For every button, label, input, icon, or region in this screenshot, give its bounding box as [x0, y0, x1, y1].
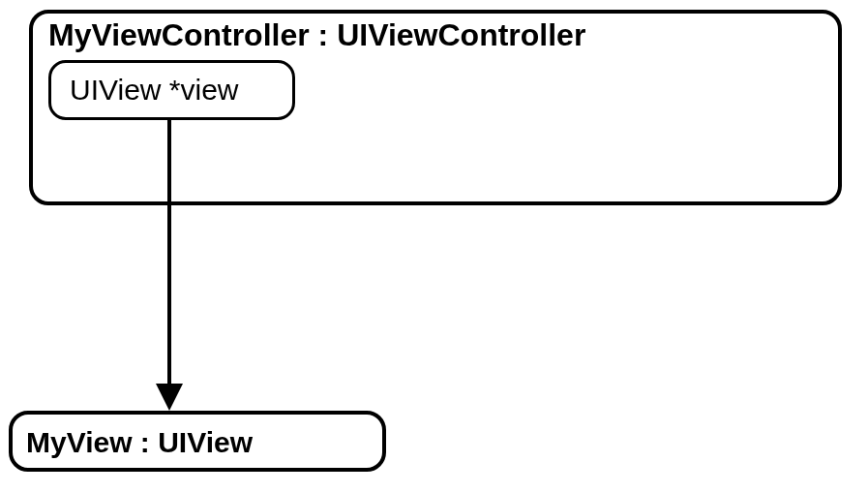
controller-title: MyViewController : UIViewController [48, 17, 585, 53]
svg-marker-1 [156, 384, 183, 411]
target-title: MyView : UIView [26, 426, 253, 459]
reference-arrow [150, 120, 189, 413]
property-label: UIView *view [70, 74, 239, 107]
